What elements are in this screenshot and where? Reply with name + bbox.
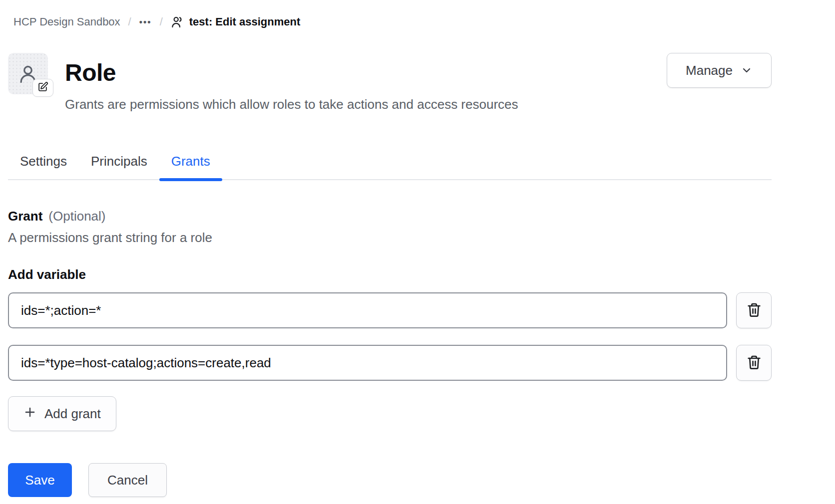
plus-icon [23,406,36,422]
add-grant-button[interactable]: Add grant [8,396,116,431]
grant-help-text: A permissions grant string for a role [8,230,772,246]
role-avatar-wrap [8,53,48,94]
add-grant-button-label: Add grant [44,406,101,422]
breadcrumb-current-label: test: Edit assignment [189,15,300,28]
grant-label: Grant [8,209,42,224]
grant-row [8,345,772,381]
page-title: Role [65,53,518,93]
page-header: Role Grants are permissions which allow … [8,53,772,112]
cancel-button[interactable]: Cancel [88,463,167,497]
grant-row [8,292,772,328]
page-subtitle: Grants are permissions which allow roles… [65,97,518,112]
users-icon [171,15,184,29]
add-variable-label: Add variable [8,267,772,282]
manage-button[interactable]: Manage [667,53,772,88]
breadcrumb-current: test: Edit assignment [171,15,300,29]
manage-button-label: Manage [686,63,733,78]
edit-pencil-icon [37,81,48,94]
breadcrumb-ellipsis-button[interactable]: ••• [139,15,152,29]
form-actions: Save Cancel [8,463,772,497]
tab-principals[interactable]: Principals [79,143,159,179]
trash-icon [746,354,762,372]
save-button[interactable]: Save [8,463,72,497]
grant-input-1[interactable] [8,292,727,328]
delete-grant-2-button[interactable] [736,345,772,381]
tab-settings[interactable]: Settings [8,143,79,179]
grant-label-row: Grant (Optional) [8,209,772,224]
breadcrumb-root-link[interactable]: HCP Design Sandbox [13,15,120,28]
tab-grants[interactable]: Grants [159,143,222,179]
breadcrumb-separator: / [160,15,163,28]
delete-grant-1-button[interactable] [736,292,772,328]
edit-avatar-button[interactable] [32,79,53,97]
title-column: Role Grants are permissions which allow … [65,53,518,112]
chevron-down-icon [741,64,753,76]
trash-icon [746,302,762,319]
page: HCP Design Sandbox / ••• / test: Edit as… [8,15,772,497]
grant-optional-label: (Optional) [48,209,105,224]
breadcrumb: HCP Design Sandbox / ••• / test: Edit as… [13,15,772,29]
tab-bar: Settings Principals Grants [8,143,772,180]
breadcrumb-separator: / [128,15,131,28]
grant-input-2[interactable] [8,345,727,381]
